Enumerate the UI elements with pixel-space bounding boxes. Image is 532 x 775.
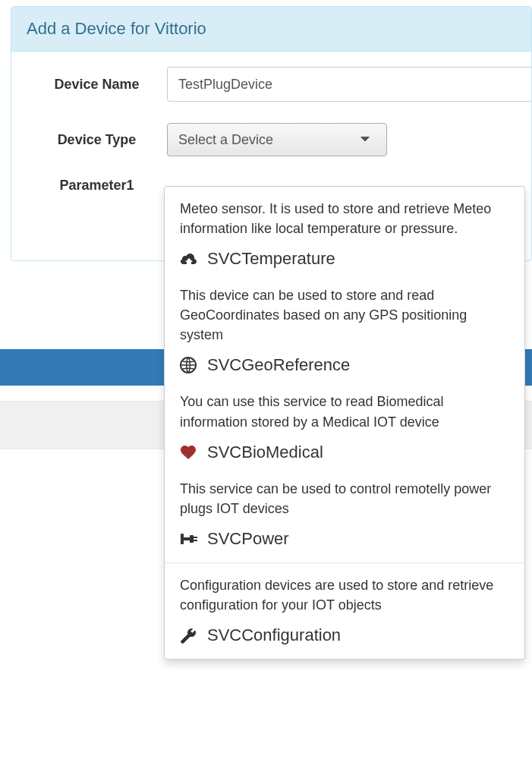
device-type-label: Device Type	[27, 132, 167, 148]
panel-title: Add a Device for Vittorio	[11, 7, 531, 52]
heart-icon	[180, 445, 201, 460]
device-name-row: Device Name	[11, 67, 531, 102]
svg-rect-5	[194, 540, 197, 541]
dropdown-option-title: SVCGeoReference	[207, 355, 350, 375]
device-type-dropdown[interactable]: Meteo sensor. It is used to store and re…	[164, 186, 525, 660]
dropdown-option-title-row: SVCGeoReference	[180, 355, 509, 375]
svg-rect-1	[181, 534, 184, 544]
dropdown-option-desc: Configuration devices are used to store …	[180, 575, 509, 615]
dropdown-option-svcbiomedical[interactable]: You can use this service to read Biomedi…	[165, 384, 524, 471]
device-name-label: Device Name	[27, 77, 167, 93]
dropdown-option-svctemperature[interactable]: Meteo sensor. It is used to store and re…	[165, 191, 524, 278]
dropdown-divider	[165, 562, 524, 563]
dropdown-option-title-row: SVCTemperature	[180, 249, 509, 269]
dropdown-option-desc: Meteo sensor. It is used to store and re…	[180, 199, 509, 238]
dropdown-option-desc: This device can be used to store and rea…	[180, 285, 509, 345]
wrench-icon	[180, 627, 201, 644]
plug-icon	[180, 531, 201, 547]
dropdown-option-svcpower[interactable]: This service can be used to control remo…	[165, 471, 524, 558]
dropdown-option-title-row: SVCBioMedical	[180, 443, 509, 462]
dropdown-option-desc: This service can be used to control remo…	[180, 479, 509, 518]
dropdown-option-title-row: SVCPower	[180, 529, 509, 549]
dropdown-option-svcgeoreference[interactable]: This device can be used to store and rea…	[165, 278, 524, 384]
parameter1-label: Parameter1	[27, 178, 167, 194]
device-type-selected: Select a Device	[178, 132, 273, 148]
cloud-download-icon	[180, 250, 201, 267]
device-type-row: Device Type Select a Device	[11, 123, 531, 156]
dropdown-option-title-row: SVCConfiguration	[180, 625, 509, 645]
dropdown-option-title: SVCBioMedical	[207, 443, 323, 462]
device-type-select[interactable]: Select a Device	[167, 123, 387, 156]
dropdown-option-title: SVCTemperature	[207, 249, 335, 269]
device-name-input[interactable]	[167, 67, 531, 102]
svg-rect-2	[184, 537, 190, 540]
dropdown-option-svcconfiguration[interactable]: Configuration devices are used to store …	[165, 568, 524, 654]
svg-rect-3	[190, 535, 194, 543]
dropdown-option-title: SVCConfiguration	[207, 625, 341, 645]
svg-rect-4	[194, 537, 197, 538]
dropdown-option-desc: You can use this service to read Biomedi…	[180, 392, 509, 431]
chevron-down-icon	[360, 137, 370, 143]
globe-icon	[180, 357, 201, 373]
dropdown-option-title: SVCPower	[207, 529, 289, 549]
